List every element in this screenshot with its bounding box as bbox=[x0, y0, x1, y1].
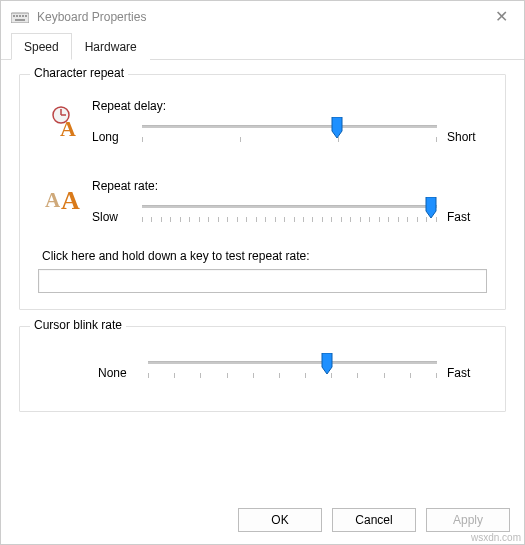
repeat-delay-label: Repeat delay: bbox=[92, 99, 487, 113]
cancel-button[interactable]: Cancel bbox=[332, 508, 416, 532]
repeat-rate-icon: A A bbox=[38, 177, 92, 213]
dialog-footer: OK Cancel Apply bbox=[1, 502, 524, 544]
repeat-delay-min: Long bbox=[92, 130, 132, 144]
ok-button[interactable]: OK bbox=[238, 508, 322, 532]
cursor-blink-max: Fast bbox=[447, 366, 487, 380]
tab-content: Character repeat A Repeat delay: Long bbox=[1, 60, 524, 502]
test-repeat-input[interactable] bbox=[38, 269, 487, 293]
svg-text:A: A bbox=[61, 186, 80, 213]
svg-rect-1 bbox=[13, 15, 15, 17]
repeat-delay-icon: A bbox=[38, 97, 92, 139]
tab-speed[interactable]: Speed bbox=[11, 33, 72, 60]
keyboard-properties-dialog: Keyboard Properties ✕ Speed Hardware Cha… bbox=[0, 0, 525, 545]
svg-rect-4 bbox=[22, 15, 24, 17]
repeat-delay-row: A Repeat delay: Long Sh bbox=[38, 97, 487, 151]
window-title: Keyboard Properties bbox=[37, 10, 489, 24]
repeat-delay-slider[interactable] bbox=[142, 123, 437, 151]
tab-strip: Speed Hardware bbox=[1, 32, 524, 60]
svg-rect-5 bbox=[25, 15, 27, 17]
repeat-rate-label: Repeat rate: bbox=[92, 179, 487, 193]
test-repeat-label: Click here and hold down a key to test r… bbox=[42, 249, 487, 263]
tab-hardware[interactable]: Hardware bbox=[72, 33, 150, 60]
svg-rect-6 bbox=[15, 19, 25, 21]
character-repeat-legend: Character repeat bbox=[30, 66, 128, 80]
character-repeat-group: Character repeat A Repeat delay: Long bbox=[19, 74, 506, 310]
watermark: wsxdn.com bbox=[471, 532, 521, 543]
svg-text:A: A bbox=[60, 116, 76, 139]
repeat-rate-min: Slow bbox=[92, 210, 132, 224]
repeat-delay-max: Short bbox=[447, 130, 487, 144]
cursor-blink-group: Cursor blink rate None Fast bbox=[19, 326, 506, 412]
repeat-rate-slider[interactable] bbox=[142, 203, 437, 231]
cursor-blink-slider[interactable] bbox=[148, 359, 437, 387]
svg-rect-0 bbox=[11, 13, 29, 23]
apply-button[interactable]: Apply bbox=[426, 508, 510, 532]
svg-text:A: A bbox=[45, 188, 61, 212]
titlebar: Keyboard Properties ✕ bbox=[1, 1, 524, 30]
cursor-blink-legend: Cursor blink rate bbox=[30, 318, 126, 332]
repeat-rate-max: Fast bbox=[447, 210, 487, 224]
svg-rect-3 bbox=[19, 15, 21, 17]
cursor-blink-min: None bbox=[98, 366, 138, 380]
svg-rect-2 bbox=[16, 15, 18, 17]
close-button[interactable]: ✕ bbox=[489, 7, 514, 26]
repeat-rate-row: A A Repeat rate: Slow bbox=[38, 177, 487, 231]
keyboard-icon bbox=[11, 11, 29, 23]
